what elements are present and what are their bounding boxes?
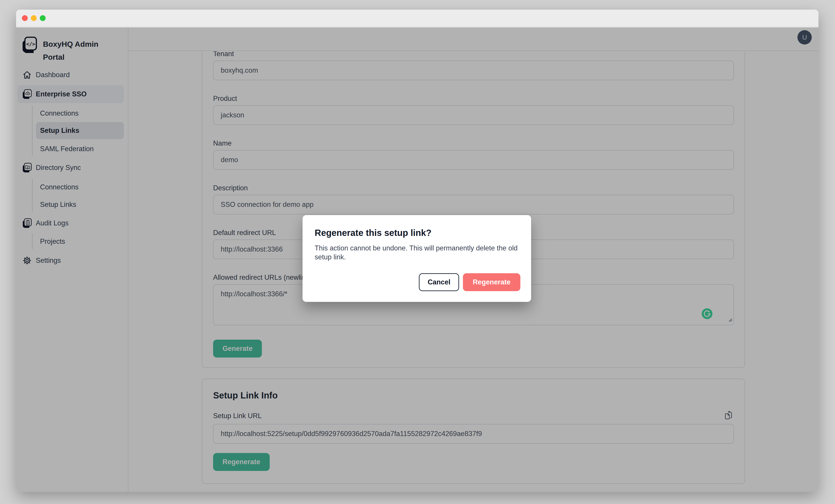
modal-actions: Cancel Regenerate — [419, 273, 521, 291]
close-window-button[interactable] — [22, 15, 28, 21]
regenerate-confirm-modal: Regenerate this setup link? This action … — [303, 215, 531, 302]
macos-titlebar — [16, 9, 818, 27]
minimize-window-button[interactable] — [31, 15, 37, 21]
cancel-button[interactable]: Cancel — [419, 273, 459, 291]
modal-title: Regenerate this setup link? — [314, 227, 519, 238]
app-window: </> BoxyHQ Admin Portal Dashboard — [16, 9, 818, 492]
modal-body-text: This action cannot be undone. This will … — [314, 244, 523, 262]
zoom-window-button[interactable] — [40, 15, 46, 21]
confirm-regenerate-button[interactable]: Regenerate — [463, 273, 521, 291]
page: </> BoxyHQ Admin Portal Dashboard — [16, 27, 818, 492]
